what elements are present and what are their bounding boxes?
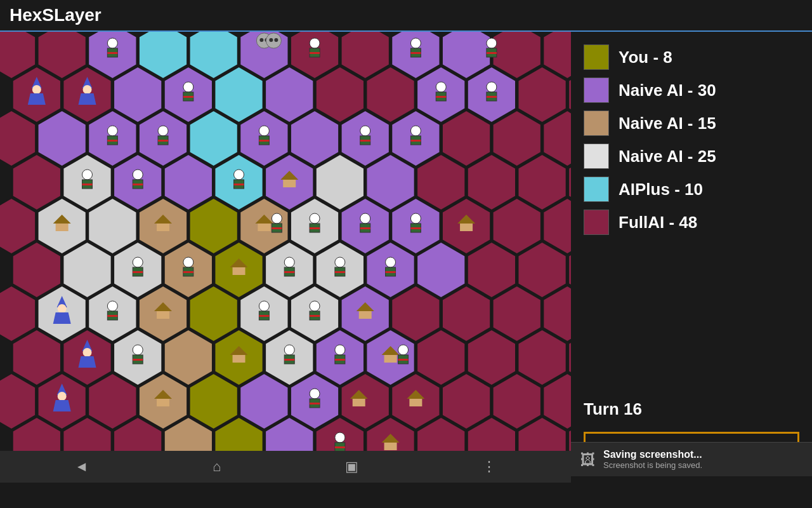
svg-point-27 (436, 82, 446, 92)
hex-5-9[interactable] (468, 242, 516, 298)
legend-item-fullai-48: FullAI - 48 (584, 210, 799, 235)
hex-2-1[interactable] (38, 110, 86, 166)
svg-rect-140 (353, 399, 365, 406)
svg-marker-133 (53, 400, 71, 411)
hex-2-4[interactable] (190, 110, 238, 166)
svg-rect-17 (487, 52, 497, 54)
svg-point-45 (410, 126, 421, 136)
svg-marker-23 (79, 93, 96, 105)
notification-title: Saving screenshot... (603, 449, 702, 460)
svg-point-93 (386, 257, 396, 267)
svg-rect-73 (360, 227, 370, 229)
svg-point-6 (107, 38, 117, 48)
svg-marker-114 (79, 356, 96, 368)
legend: You - 8 Naive AI - 30 Naive AI - 15 Naiv… (584, 44, 799, 396)
svg-rect-127 (384, 355, 397, 363)
hex-2-6[interactable] (291, 110, 339, 166)
svg-point-15 (487, 38, 497, 48)
hex-3-3[interactable] (164, 154, 213, 210)
hex-1-6[interactable] (316, 67, 364, 123)
svg-rect-32 (487, 96, 497, 98)
hex-8-5[interactable] (240, 373, 288, 429)
svg-point-3 (266, 33, 281, 48)
svg-point-107 (310, 301, 320, 311)
hex-4-10[interactable] (493, 198, 541, 254)
home-button[interactable]: ⌂ (213, 458, 221, 475)
svg-point-97 (58, 304, 67, 313)
hex-1-5[interactable] (265, 67, 313, 123)
hex-3-8[interactable] (417, 154, 465, 210)
hex-3-7[interactable] (366, 154, 414, 210)
svg-rect-53 (133, 184, 143, 185)
hex-1-7[interactable] (366, 67, 414, 123)
nav-bar: ◄ ⌂ ▣ ⋮ (0, 451, 571, 483)
svg-rect-62 (157, 224, 169, 231)
svg-point-30 (487, 82, 497, 92)
hex-4-4[interactable] (190, 198, 238, 254)
svg-rect-50 (82, 184, 93, 185)
hex-6-10[interactable] (493, 286, 541, 342)
svg-rect-64 (258, 224, 270, 231)
notification-subtitle: Screenshot is being saved. (603, 460, 702, 470)
hex-8-4[interactable] (190, 373, 238, 429)
svg-point-87 (284, 257, 294, 267)
menu-button[interactable]: ⋮ (482, 458, 496, 475)
svg-point-99 (107, 301, 117, 311)
svg-rect-76 (410, 227, 421, 229)
hex-5-8[interactable] (417, 242, 465, 298)
hex-grid-area[interactable]: ◄ ⌂ ▣ ⋮ (0, 32, 571, 483)
hex-8-9[interactable] (442, 373, 490, 429)
hex-5-0[interactable] (13, 242, 61, 298)
hex-8-2[interactable] (88, 373, 136, 429)
hex-7-8[interactable] (417, 330, 465, 385)
hex-4-2[interactable] (88, 198, 136, 254)
screenshot-notification: 🖼 Saving screenshot... Screenshot is bei… (571, 442, 812, 476)
hex-3-10[interactable] (518, 154, 566, 210)
hex-5-10[interactable] (518, 242, 566, 298)
hex-1-4[interactable] (214, 67, 263, 123)
hex-6-8[interactable] (391, 286, 440, 342)
hex-7-9[interactable] (468, 330, 516, 385)
back-button[interactable]: ◄ (75, 458, 89, 475)
svg-point-136 (310, 389, 320, 399)
svg-point-71 (360, 213, 370, 224)
hex-7-3[interactable] (164, 330, 213, 385)
legend-item-naive-ai-30: Naive AI - 30 (584, 77, 799, 103)
hex-2-9[interactable] (442, 110, 490, 166)
svg-rect-101 (107, 315, 117, 317)
svg-point-82 (183, 257, 193, 267)
svg-rect-44 (360, 140, 370, 142)
hex-7-10[interactable] (518, 330, 566, 385)
recent-button[interactable]: ▣ (345, 458, 358, 475)
svg-point-51 (133, 170, 143, 180)
legend-label-naive-ai-15: Naive AI - 15 (619, 114, 716, 133)
svg-rect-84 (183, 271, 193, 273)
legend-label-aiplus-10: AIPlus - 10 (619, 180, 703, 199)
hex-3-0[interactable] (13, 154, 61, 210)
svg-rect-26 (183, 96, 193, 98)
svg-point-22 (83, 85, 92, 94)
svg-rect-14 (410, 52, 421, 54)
legend-color-naive-ai-25 (584, 144, 609, 169)
notification-text: Saving screenshot... Screenshot is being… (603, 449, 702, 470)
hex-3-9[interactable] (468, 154, 516, 210)
svg-rect-78 (460, 224, 473, 231)
svg-rect-41 (259, 140, 269, 142)
hex-5-1[interactable] (63, 242, 111, 298)
legend-item-naive-ai-25: Naive AI - 25 (584, 144, 799, 169)
svg-point-33 (107, 126, 117, 136)
hex-6-4[interactable] (190, 286, 238, 342)
hex-1-2[interactable] (114, 67, 162, 123)
svg-point-128 (398, 345, 409, 355)
hex-8-10[interactable] (493, 373, 541, 429)
hex-1-10[interactable] (518, 67, 566, 123)
hex-6-9[interactable] (442, 286, 490, 342)
hex-2-10[interactable] (493, 110, 541, 166)
svg-rect-11 (310, 52, 320, 54)
legend-item-aiplus-10: AIPlus - 10 (584, 177, 799, 202)
hex-7-0[interactable] (13, 330, 61, 385)
legend-label-naive-ai-25: Naive AI - 25 (619, 147, 716, 166)
svg-point-68 (310, 213, 320, 224)
hex-3-6[interactable] (316, 154, 364, 210)
svg-rect-35 (107, 140, 117, 142)
